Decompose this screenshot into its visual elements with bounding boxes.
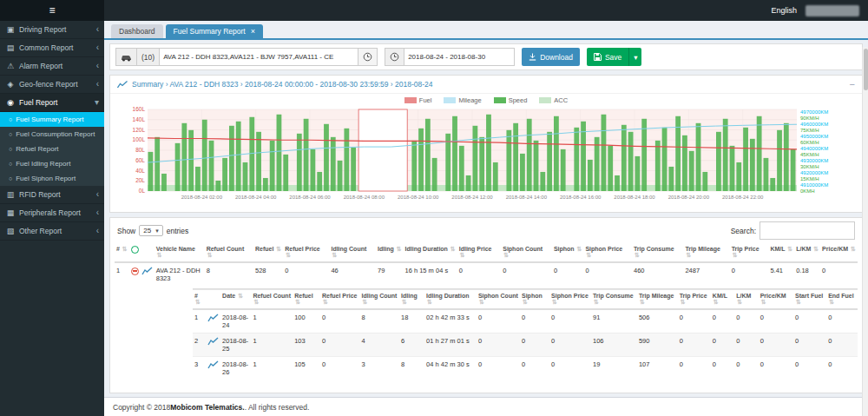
sort-icon[interactable]: ⇅ <box>286 252 291 258</box>
sort-icon[interactable]: ⇅ <box>586 252 591 258</box>
sort-icon[interactable]: ⇅ <box>733 252 738 258</box>
sort-icon[interactable]: ⇅ <box>323 299 328 305</box>
sort-icon[interactable]: ⇅ <box>295 299 300 305</box>
sort-icon[interactable]: ⇅ <box>796 299 801 305</box>
column-header[interactable]: Idling Duration ⇅ <box>404 243 457 262</box>
collapse-row-icon[interactable] <box>131 267 139 275</box>
column-header[interactable]: Refuel Count ⇅ <box>205 243 253 262</box>
tab-dashboard[interactable]: Dashboard <box>111 24 163 38</box>
sort-icon[interactable]: ⇅ <box>787 246 792 252</box>
save-button[interactable]: Save <box>587 48 628 66</box>
hamburger-icon[interactable]: ≡ <box>49 4 55 17</box>
column-header[interactable]: Refuel Price ⇅ <box>320 290 360 310</box>
sort-icon[interactable]: ⇅ <box>640 299 645 305</box>
sort-icon[interactable]: ⇅ <box>523 299 528 305</box>
download-button[interactable]: Download <box>522 48 580 66</box>
column-header[interactable]: Trip Mileage ⇅ <box>637 290 678 310</box>
row-chart-icon[interactable] <box>141 267 153 275</box>
sort-icon[interactable]: ⇅ <box>851 246 856 252</box>
sidebar-toggle[interactable]: ≡ <box>0 0 104 21</box>
column-header[interactable]: L/KM ⇅ <box>734 290 758 310</box>
column-header[interactable]: Idling Price ⇅ <box>457 243 502 262</box>
sort-icon[interactable]: ⇅ <box>686 252 691 258</box>
row-chart-icon[interactable] <box>207 314 219 322</box>
column-header[interactable]: Start Fuel ⇅ <box>793 290 826 310</box>
sort-icon[interactable]: ⇅ <box>253 299 259 305</box>
vehicle-input[interactable] <box>159 48 358 66</box>
sort-icon[interactable]: ⇅ <box>761 299 766 305</box>
sort-icon[interactable]: ⇅ <box>813 246 819 252</box>
column-header[interactable]: Siphon ⇅ <box>552 243 584 262</box>
column-header[interactable]: Price/KM ⇅ <box>759 290 793 310</box>
date-range-input[interactable] <box>404 48 515 66</box>
sort-icon[interactable]: ⇅ <box>157 252 162 258</box>
sort-icon[interactable]: ⇅ <box>460 252 465 258</box>
column-header[interactable]: End Fuel ⇅ <box>826 290 858 310</box>
clock-icon[interactable] <box>358 48 378 66</box>
sort-icon[interactable]: ⇅ <box>402 299 407 305</box>
sidebar-item-other-report[interactable]: ▧ Other Report ‹ <box>0 222 104 241</box>
column-header[interactable] <box>206 290 220 310</box>
sort-icon[interactable]: ⇅ <box>397 246 402 252</box>
column-header[interactable]: KM/L ⇅ <box>711 290 734 310</box>
sort-icon[interactable]: ⇅ <box>195 299 201 305</box>
sort-icon[interactable]: ⇅ <box>681 299 686 305</box>
column-header[interactable]: Siphon Price ⇅ <box>549 290 591 310</box>
column-header[interactable]: Idling Count ⇅ <box>329 243 376 262</box>
sidebar-item-geofence-report[interactable]: ◈ Geo-fence Report ‹ <box>0 76 104 94</box>
column-header[interactable]: Siphon ⇅ <box>520 290 549 310</box>
scrollbar-thumb[interactable] <box>864 49 868 90</box>
sidebar-subitem-fuel-summary-report[interactable]: ○ Fuel Summary Report <box>0 112 104 127</box>
sort-icon[interactable]: ⇅ <box>276 246 281 252</box>
sidebar-subitem-fuel-idling-report[interactable]: ○ Fuel Idling Report <box>0 156 104 171</box>
sort-icon[interactable]: ⇅ <box>479 299 484 305</box>
sort-icon[interactable]: ⇅ <box>577 246 582 252</box>
column-header[interactable]: Trip Price ⇅ <box>678 290 711 310</box>
sort-icon[interactable]: ⇅ <box>552 299 557 305</box>
column-header[interactable]: L/KM ⇅ <box>794 243 820 262</box>
column-header[interactable]: Idling ⇅ <box>399 290 424 310</box>
column-header[interactable]: Refuel Count ⇅ <box>251 290 293 310</box>
save-dropdown-caret[interactable]: ▾ <box>628 48 641 66</box>
column-header[interactable] <box>129 243 155 262</box>
tab-fuel-summary-report[interactable]: Fuel Summary Report × <box>166 24 263 38</box>
sort-icon[interactable]: ⇅ <box>594 299 599 305</box>
collapse-panel-icon[interactable]: − <box>850 79 855 89</box>
column-header[interactable]: Siphon Count ⇅ <box>477 290 520 310</box>
column-header[interactable]: Idling Duration ⇅ <box>424 290 477 310</box>
column-header[interactable]: Refuel ⇅ <box>293 290 320 310</box>
sort-icon[interactable]: ⇅ <box>122 246 128 252</box>
column-header[interactable]: Trip Consume ⇅ <box>591 290 637 310</box>
close-icon[interactable]: × <box>251 27 255 36</box>
sort-icon[interactable]: ⇅ <box>503 252 509 258</box>
sort-icon[interactable]: ⇅ <box>363 299 368 305</box>
sort-icon[interactable]: ⇅ <box>238 293 243 299</box>
sidebar-item-common-report[interactable]: ▤ Common Report ‹ <box>0 39 104 57</box>
column-header[interactable]: Idling ⇅ <box>376 243 403 262</box>
sort-icon[interactable]: ⇅ <box>207 252 213 258</box>
column-header[interactable]: Refuel Price ⇅ <box>283 243 329 262</box>
sort-icon[interactable]: ⇅ <box>450 246 456 252</box>
sidebar-subitem-fuel-consumption-report[interactable]: ○ Fuel Consumption Report <box>0 127 104 142</box>
column-header[interactable]: Trip Price ⇅ <box>730 243 769 262</box>
sidebar-subitem-fuel-siphon-report[interactable]: ○ Fuel Siphon Report <box>0 171 104 186</box>
sidebar-subitem-refuel-report[interactable]: ○ Refuel Report <box>0 142 104 156</box>
sidebar-item-fuel-report[interactable]: ◉ Fuel Report ▾ <box>0 94 104 112</box>
language-selector[interactable]: English <box>771 6 797 15</box>
column-header[interactable]: # ⇅ <box>193 290 206 310</box>
page-size-select[interactable]: 25 ▾ <box>139 225 162 236</box>
sidebar-item-rfid-report[interactable]: ▥ RFID Report ‹ <box>0 186 104 204</box>
column-header[interactable]: Vehicle Name ⇅ <box>155 243 205 262</box>
column-header[interactable]: Trip Mileage ⇅ <box>683 243 729 262</box>
sidebar-item-alarm-report[interactable]: ⚠ Alarm Report ‹ <box>0 57 104 76</box>
vertical-scrollbar[interactable] <box>862 47 868 416</box>
column-header[interactable]: Refuel ⇅ <box>253 243 283 262</box>
sort-icon[interactable]: ⇅ <box>737 299 742 305</box>
sort-icon[interactable]: ⇅ <box>332 252 337 258</box>
column-header[interactable]: KM/L ⇅ <box>768 243 794 262</box>
column-header[interactable]: # ⇅ <box>115 243 129 262</box>
sort-icon[interactable]: ⇅ <box>829 299 834 305</box>
row-chart-icon[interactable] <box>207 337 219 346</box>
column-header[interactable]: Siphon Price ⇅ <box>583 243 632 262</box>
sort-icon[interactable]: ⇅ <box>427 299 432 305</box>
